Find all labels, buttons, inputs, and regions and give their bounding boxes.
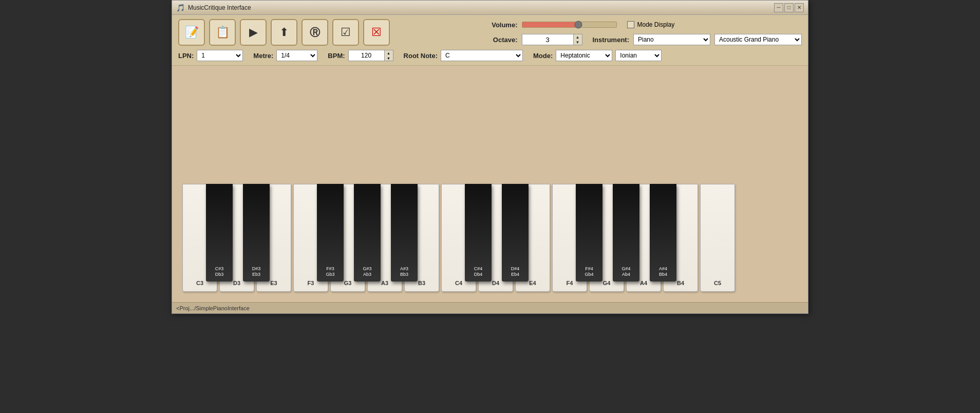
confirm-button[interactable]: ☑: [332, 19, 359, 46]
octave-spin-buttons: ▲ ▼: [573, 34, 582, 45]
key-Fs3[interactable]: F#3Gb3: [317, 184, 344, 281]
key-Ds3[interactable]: D#3Eb3: [243, 184, 270, 281]
play-button[interactable]: ▶: [240, 19, 267, 46]
key-Fs4[interactable]: F#4Gb4: [576, 184, 602, 281]
view-icon: 📋: [216, 26, 230, 39]
minimize-button[interactable]: ─: [774, 3, 783, 12]
key-Gs4[interactable]: G#4Ab4: [613, 184, 639, 281]
bpm-group: BPM: 120 ▲ ▼: [328, 50, 393, 61]
play-icon: ▶: [249, 26, 258, 39]
bpm-spinner: 120 ▲ ▼: [348, 50, 393, 61]
title-bar-left: 🎵 MusicCritique Interface: [176, 4, 251, 12]
instrument-row: Instrument: Piano Acoustic Grand Piano: [593, 34, 802, 45]
keyboard-container: C3 D3 E3 F3 G3 A3 B3 C4 D4 E4 F4 G4 A4 B…: [172, 66, 808, 302]
root-note-label: Root Note:: [404, 52, 438, 60]
key-Gs3[interactable]: G#3Ab3: [354, 184, 381, 281]
edit-icon: 📝: [185, 26, 199, 39]
key-Cs3[interactable]: C#3Db3: [206, 184, 233, 281]
mode-type-select[interactable]: Heptatonic: [556, 50, 612, 61]
key-As3[interactable]: A#3Bb3: [391, 184, 418, 281]
octave-input[interactable]: 3: [522, 34, 573, 45]
toolbar-right: Volume: Mode Display: [482, 20, 802, 45]
instrument-category-select[interactable]: Piano: [633, 34, 710, 45]
bpm-input[interactable]: 120: [348, 50, 384, 61]
root-note-select[interactable]: C: [441, 50, 523, 61]
title-bar: 🎵 MusicCritique Interface ─ □ ✕: [172, 1, 808, 15]
octave-spinner: 3 ▲ ▼: [522, 34, 582, 45]
mode-display-label: Mode Display: [637, 21, 675, 28]
restore-button[interactable]: □: [784, 3, 794, 12]
root-note-group: Root Note: C: [404, 50, 523, 61]
cancel-icon: ☒: [371, 26, 382, 39]
mode-group: Mode: Heptatonic Ionian: [533, 50, 662, 61]
bpm-up-button[interactable]: ▲: [385, 50, 393, 55]
upload-icon: ⬆: [279, 26, 289, 39]
key-Cs4[interactable]: C#4Db4: [465, 184, 492, 281]
lpn-group: LPN: 1: [178, 50, 243, 61]
key-C5[interactable]: C5: [700, 184, 735, 292]
mode-display-checkbox[interactable]: [627, 21, 634, 28]
metre-label: Metre:: [253, 52, 273, 60]
status-text: <Proj.../SimplePianoInterface: [176, 305, 250, 311]
keys-wrapper: C3 D3 E3 F3 G3 A3 B3 C4 D4 E4 F4 G4 A4 B…: [182, 76, 735, 292]
octave-up-button[interactable]: ▲: [574, 34, 582, 40]
lpn-label: LPN:: [178, 52, 194, 60]
bpm-down-button[interactable]: ▼: [385, 55, 393, 61]
bpm-label: BPM:: [328, 52, 345, 60]
view-button[interactable]: 📋: [209, 19, 236, 46]
lpn-select[interactable]: 1: [197, 50, 243, 61]
toolbar-row1: 📝 📋 ▶ ⬆ Ⓡ ☑ ☒: [178, 19, 802, 46]
volume-label: Volume:: [482, 21, 518, 29]
key-Ds4[interactable]: D#4Eb4: [502, 184, 529, 281]
record-button[interactable]: Ⓡ: [301, 19, 328, 46]
metre-select[interactable]: 1/4: [276, 50, 317, 61]
instrument-label: Instrument:: [593, 36, 630, 44]
mode-display-row: Mode Display: [627, 21, 675, 28]
status-bar: <Proj.../SimplePianoInterface: [172, 302, 808, 313]
window-title: MusicCritique Interface: [188, 4, 251, 11]
octave-down-button[interactable]: ▼: [574, 40, 582, 45]
toolbar: 📝 📋 ▶ ⬆ Ⓡ ☑ ☒: [172, 15, 808, 66]
app-icon: 🎵: [176, 4, 185, 12]
toolbar-row2: LPN: 1 Metre: 1/4 BPM: 120 ▲ ▼: [178, 50, 802, 61]
mode-scale-select[interactable]: Ionian: [615, 50, 662, 61]
confirm-icon: ☑: [341, 26, 351, 39]
metre-group: Metre: 1/4: [253, 50, 317, 61]
volume-row: Volume:: [482, 20, 617, 30]
key-As4[interactable]: A#4Bb4: [650, 184, 676, 281]
main-window: 🎵 MusicCritique Interface ─ □ ✕ 📝 📋 ▶ ⬆: [172, 0, 808, 314]
close-button[interactable]: ✕: [795, 3, 804, 12]
octave-label: Octave:: [482, 36, 518, 44]
octave-row: Octave: 3 ▲ ▼: [482, 34, 582, 45]
record-icon: Ⓡ: [310, 26, 320, 40]
mode-label: Mode:: [533, 52, 553, 60]
cancel-button[interactable]: ☒: [363, 19, 390, 46]
instrument-name-select[interactable]: Acoustic Grand Piano: [714, 34, 802, 45]
bpm-spin-buttons: ▲ ▼: [384, 50, 393, 61]
title-bar-controls: ─ □ ✕: [774, 3, 804, 12]
upload-button[interactable]: ⬆: [271, 19, 297, 46]
edit-button[interactable]: 📝: [178, 19, 205, 46]
